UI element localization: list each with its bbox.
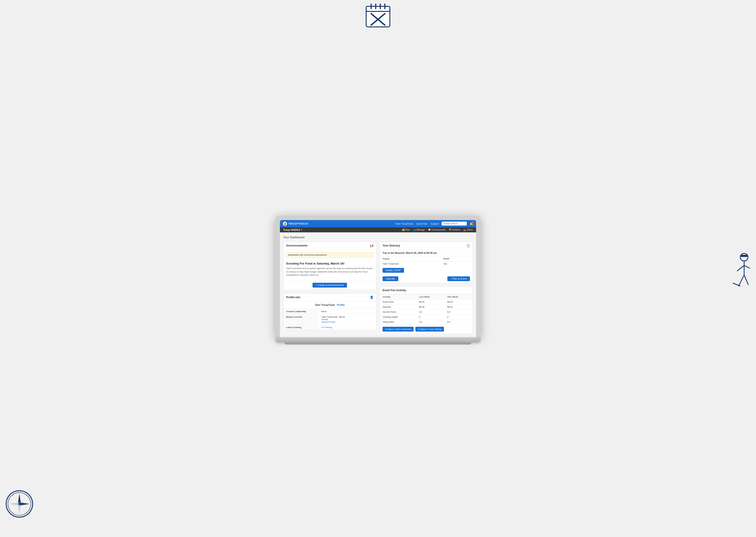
announcement-alert: Remember the Food Drive Donations! [286, 252, 374, 258]
itinerary-data-row: Tyler TroopTrack Yes [380, 261, 473, 266]
table-row: Event Fees $5.00 $5.00 [380, 299, 473, 304]
notification-button[interactable]: 🔔 9 [470, 222, 473, 226]
compass-decoration [5, 489, 34, 519]
event-fee-title: Event Fee Activity [383, 289, 406, 292]
svg-marker-11 [18, 504, 21, 514]
svg-marker-12 [9, 502, 20, 506]
profile-info-card: Profile Info 👤 Tyler TroopTrack Profile [283, 293, 376, 330]
create-announcement-button[interactable]: + Create an Announcement [313, 283, 347, 288]
profile-name: Tyler TroopTrack Profile [283, 301, 376, 309]
secondary-nav: Troop OH2012 ℹ 📅 Plan 👥 Manage 💬 Communi… [280, 227, 476, 232]
svg-line-19 [744, 266, 750, 268]
deposit-link[interactable]: Deposit Funds [321, 321, 373, 323]
calendar-button[interactable]: Calendar [383, 276, 398, 281]
nav-communicate[interactable]: 💬 Communicate [428, 228, 445, 231]
search-input[interactable] [441, 222, 467, 226]
svg-line-21 [744, 275, 748, 285]
announcements-card: Announcements 📢 Remember the Food Drive … [283, 242, 376, 290]
profile-icon: 👤 [370, 296, 373, 299]
details-rsvp-button[interactable]: Details | RSVP [383, 268, 404, 273]
table-row: Deposits $0.00 $0.00 [380, 304, 473, 309]
event-fee-footer: Configure Online Payments Configure Troo… [380, 324, 473, 334]
hiker-decoration [726, 250, 754, 296]
announcement-body: Scouting For Food is Saturday, March 16!… [283, 260, 376, 279]
right-column: Your Itinerary 📋 Trip to the Museum: Mar… [380, 242, 473, 334]
troop-title: Troop OH2012 ℹ [283, 228, 398, 231]
svg-point-23 [283, 222, 287, 226]
profile-info-header: Profile Info 👤 [283, 294, 376, 301]
event-fee-table: Activity Last Week This Week Event Fees … [380, 294, 473, 324]
profile-row-leadership: Current Leadership None [283, 309, 376, 314]
nav-link-quicknav[interactable]: Quick Nav [416, 222, 427, 225]
profile-table: Current Leadership None Money Account Ty… [283, 309, 376, 330]
svg-point-14 [18, 503, 21, 505]
itinerary-header-row: Invitee RSVP [380, 256, 473, 261]
itinerary-actions: Details | RSVP [380, 266, 473, 274]
nav-manage[interactable]: 👥 Manage [413, 228, 425, 231]
calendar-decoration [364, 2, 392, 30]
screen-bezel: TROOPTRACK Tyler TroopTrack Quick Nav Su… [275, 216, 481, 337]
svg-rect-16 [740, 255, 747, 257]
left-column: Announcements 📢 Remember the Food Drive … [283, 242, 376, 334]
trip-title: Trip to the Museum: March 28, 2020 at 08… [380, 250, 473, 256]
laptop-base [275, 337, 481, 342]
announcements-title: Announcements [286, 244, 308, 247]
table-row: Camping Nights 0 0 [380, 314, 473, 319]
table-row: Service Hours 0.0 0.0 [380, 309, 473, 314]
itinerary-nav-actions: Calendar + Plan an Event [380, 274, 473, 283]
svg-marker-10 [18, 494, 21, 504]
nav-plan[interactable]: 📅 Plan [402, 228, 410, 231]
profile-row-training: Latest Training All Training [283, 325, 376, 330]
svg-point-15 [740, 253, 748, 261]
svg-rect-1 [366, 6, 390, 11]
configure-settings-button[interactable]: Configure Troop Settings [415, 327, 444, 332]
event-fee-header-row: Activity Last Week This Week [380, 294, 473, 299]
laptop-wrapper: TROOPTRACK Tyler TroopTrack Quick Nav Su… [275, 216, 481, 345]
profile-row-money: Money Account Tyler TroopTrack: -$5.00 D… [283, 314, 376, 325]
details-link[interactable]: Details [321, 318, 373, 321]
laptop-screen: TROOPTRACK Tyler TroopTrack Quick Nav Su… [280, 220, 476, 337]
svg-line-20 [739, 275, 744, 286]
itinerary-header: Your Itinerary 📋 [380, 242, 473, 250]
nav-link-tyler[interactable]: Tyler TroopTrack [395, 222, 413, 225]
announcement-headline: Scouting For Food is Saturday, March 16! [286, 262, 373, 266]
nav-achieve[interactable]: 🏆 Achieve [449, 228, 460, 231]
main-content: Your Dashboard Announcements 📢 Remember … [280, 232, 476, 337]
announcements-header: Announcements 📢 [283, 242, 376, 250]
dashboard-title: Your Dashboard [283, 235, 473, 239]
table-row: Hiking Miles 0.0 0.0 [380, 319, 473, 324]
top-nav: TROOPTRACK Tyler TroopTrack Quick Nav Su… [280, 220, 476, 227]
info-icon[interactable]: ℹ [301, 228, 302, 231]
logo-area: TROOPTRACK [283, 222, 309, 226]
announcement-text: Utah Food Bank and its partner agencies … [286, 267, 373, 276]
svg-marker-13 [20, 502, 30, 506]
announcements-footer: + Create an Announcement [283, 280, 376, 290]
app-container: TROOPTRACK Tyler TroopTrack Quick Nav Su… [280, 220, 476, 337]
itinerary-table: Invitee RSVP Tyler TroopTrack Yes [380, 256, 473, 266]
profile-info-title: Profile Info [286, 296, 300, 299]
event-fee-header: Event Fee Activity [380, 287, 473, 294]
profile-link[interactable]: Profile [337, 304, 345, 306]
laptop-foot [284, 342, 472, 345]
megaphone-icon: 📢 [370, 244, 373, 247]
itinerary-title: Your Itinerary [383, 244, 400, 247]
top-nav-links: Tyler TroopTrack Quick Nav Support [395, 222, 439, 225]
plan-event-button[interactable]: + Plan an Event [447, 276, 470, 281]
dashboard-grid: Announcements 📢 Remember the Food Drive … [283, 242, 473, 334]
logo-text: TROOPTRACK [288, 222, 309, 225]
copy-icon: 📋 [466, 244, 470, 247]
nav-share[interactable]: 📤 Share [463, 228, 473, 231]
event-fee-card: Event Fee Activity Activity Last Week Th… [380, 286, 473, 334]
all-training-link[interactable]: All Training [321, 326, 373, 329]
configure-payments-button[interactable]: Configure Online Payments [383, 327, 414, 332]
notification-badge: 9 [471, 221, 474, 224]
nav-link-support[interactable]: Support [431, 222, 439, 225]
svg-line-18 [737, 266, 744, 271]
trooptrack-logo-icon [283, 222, 287, 226]
secondary-nav-links: 📅 Plan 👥 Manage 💬 Communicate 🏆 Achieve … [402, 228, 473, 231]
itinerary-card: Your Itinerary 📋 Trip to the Museum: Mar… [380, 242, 473, 283]
